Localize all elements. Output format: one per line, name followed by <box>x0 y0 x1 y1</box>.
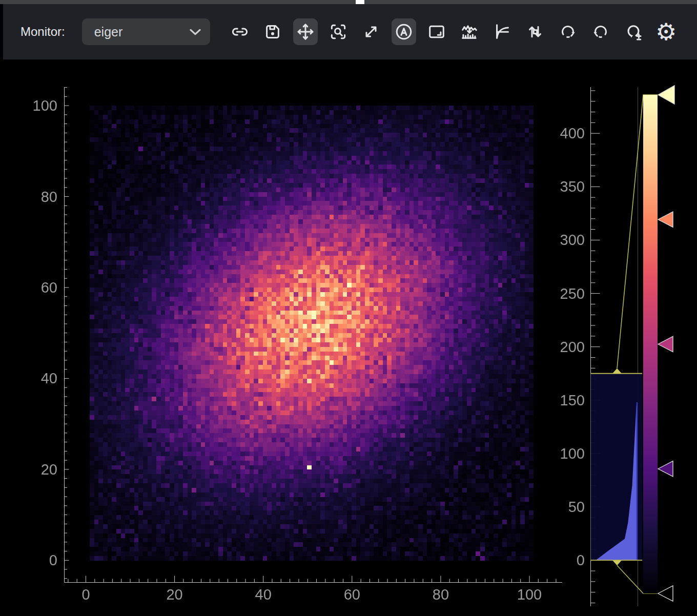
colorbar-tick-label: 0 <box>577 552 585 568</box>
titlebar-accent <box>356 0 364 4</box>
y-axis-tick-label: 80 <box>41 189 57 205</box>
move-icon <box>296 22 315 42</box>
gradient-marker[interactable] <box>658 86 674 104</box>
y-axis-tick-label: 0 <box>49 552 57 568</box>
settings-button[interactable] <box>654 18 679 45</box>
histogram-icon <box>460 22 479 42</box>
link-button[interactable] <box>228 18 252 45</box>
fit-view-button[interactable] <box>424 18 449 45</box>
gear-icon <box>655 20 676 44</box>
flip-arrows-icon <box>525 22 545 42</box>
y-axis-tick-label: 20 <box>41 461 57 478</box>
save-button[interactable] <box>260 18 285 45</box>
titlebar <box>0 0 697 4</box>
expand-diagonal-icon <box>361 22 381 42</box>
zoom-region-button[interactable] <box>326 18 351 45</box>
y-axis-tick-label: 100 <box>33 97 57 114</box>
x-axis-tick-label: 60 <box>344 586 360 603</box>
rotate-counterclockwise-icon <box>591 22 610 42</box>
zoom-expand-button[interactable] <box>359 18 383 45</box>
y-axis-tick-label: 60 <box>41 279 57 296</box>
flip-axes-button[interactable] <box>523 18 547 45</box>
histogram-button[interactable] <box>457 18 482 45</box>
colorbar-tick-label: 200 <box>560 339 585 355</box>
monitor-select[interactable]: eiger <box>82 18 210 45</box>
x-axis-tick-label: 80 <box>433 586 449 603</box>
gradient-marker[interactable] <box>658 337 673 352</box>
gradient-marker[interactable] <box>658 586 673 601</box>
toolbar: Monitor: eiger <box>3 4 697 59</box>
toolbar-buttons <box>228 18 679 45</box>
rotate-cw-button[interactable] <box>556 18 580 45</box>
auto-letter-icon <box>394 22 414 42</box>
autoscale-button[interactable] <box>392 18 416 45</box>
save-icon <box>263 22 282 42</box>
plot-overlay: 0204060801000204060801000501001502002503… <box>0 0 697 616</box>
colorbar-tick-label: 250 <box>560 285 585 302</box>
colorbar-tick-label: 100 <box>560 445 585 462</box>
rotate-plus-minus-icon <box>624 22 643 42</box>
zoom-region-icon <box>329 22 348 42</box>
x-axis-tick-label: 0 <box>81 586 90 603</box>
gradient-marker[interactable] <box>658 461 673 477</box>
colorbar-tick-label: 50 <box>568 499 585 515</box>
chevron-down-icon <box>190 29 201 35</box>
x-axis-tick-label: 40 <box>255 586 272 603</box>
monitor-select-value: eiger <box>94 25 123 39</box>
pan-button[interactable] <box>293 18 318 45</box>
curve-icon <box>493 22 512 42</box>
link-icon <box>230 22 250 42</box>
region-max-handle[interactable] <box>612 368 622 374</box>
gradient-marker[interactable] <box>658 212 673 227</box>
colormap-curve-button[interactable] <box>490 18 515 45</box>
region-min-handle[interactable] <box>612 560 622 565</box>
x-axis-tick-label: 100 <box>517 586 542 603</box>
rotate-clockwise-icon <box>558 22 578 42</box>
gradient-bar[interactable] <box>643 95 658 593</box>
fit-rectangle-icon <box>427 22 446 42</box>
monitor-label: Monitor: <box>20 25 65 39</box>
y-axis-tick-label: 40 <box>41 370 57 386</box>
colorbar-tick-label: 300 <box>560 232 585 248</box>
colorbar-tick-label: 350 <box>560 178 585 195</box>
rotate-adjust-button[interactable] <box>621 18 646 45</box>
x-axis-tick-label: 20 <box>166 586 182 603</box>
colorbar-tick-label: 150 <box>560 392 585 408</box>
rotate-ccw-button[interactable] <box>588 18 613 45</box>
colorbar-tick-label: 400 <box>560 125 585 141</box>
